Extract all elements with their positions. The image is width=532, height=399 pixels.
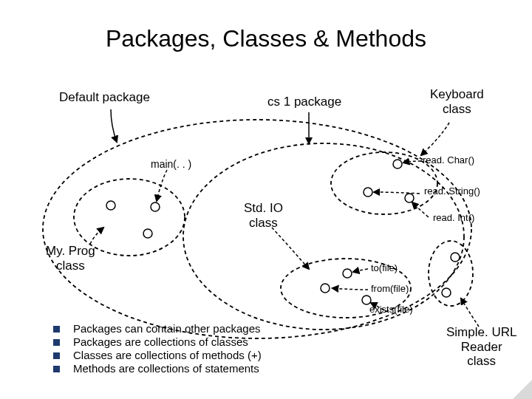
label-existsfile: exists(file): [369, 304, 413, 316]
svg-point-8: [143, 229, 152, 238]
svg-point-13: [343, 269, 352, 278]
label-readstring: read. String(): [424, 186, 480, 197]
svg-point-5: [429, 241, 473, 306]
bullet-icon: [53, 366, 60, 372]
svg-point-12: [321, 284, 330, 293]
label-fromfile: from(file): [371, 284, 409, 295]
label-stdio-class: Std. IO class: [244, 201, 283, 230]
svg-point-10: [364, 188, 372, 197]
page-fold-icon: [513, 380, 532, 399]
label-tofile: to(file): [371, 263, 398, 274]
bullet-text: Packages are collections of classes: [73, 335, 248, 348]
bullet-icon: [53, 339, 60, 346]
label-default-package: Default package: [59, 90, 150, 105]
bullet-text: Packages can contain other packages: [73, 322, 261, 335]
label-keyboard-class: Keyboard class: [430, 87, 484, 116]
svg-point-6: [106, 201, 115, 210]
label-readchar: read. Char(): [423, 155, 474, 166]
label-myprog-class: My. Prog class: [46, 244, 95, 273]
bullet-item: Packages can contain other packages: [53, 322, 262, 335]
bullet-item: Methods are collections of statements: [53, 362, 262, 375]
bullet-list: Packages can contain other packages Pack…: [53, 321, 262, 375]
bullet-icon: [53, 352, 60, 359]
slide: Packages, Classes & Methods: [0, 0, 532, 399]
svg-point-16: [442, 288, 451, 297]
label-readint: read. Int(): [433, 213, 474, 224]
bullet-text: Methods are collections of statements: [73, 362, 259, 375]
svg-point-7: [151, 202, 160, 211]
bullet-icon: [53, 326, 60, 332]
svg-point-15: [451, 253, 460, 262]
svg-point-3: [331, 152, 437, 214]
bullet-item: Packages are collections of classes: [53, 335, 262, 348]
label-cs1-package: cs 1 package: [267, 95, 341, 109]
bullet-item: Classes are collections of methods (+): [53, 349, 262, 361]
slide-title: Packages, Classes & Methods: [0, 25, 532, 52]
label-main: main(. . ): [151, 158, 191, 170]
bullet-text: Classes are collections of methods (+): [73, 349, 262, 361]
svg-point-11: [405, 194, 414, 202]
svg-point-9: [393, 160, 402, 168]
label-simpleurl: Simple. URL Reader class: [446, 325, 516, 369]
svg-point-1: [183, 143, 464, 330]
